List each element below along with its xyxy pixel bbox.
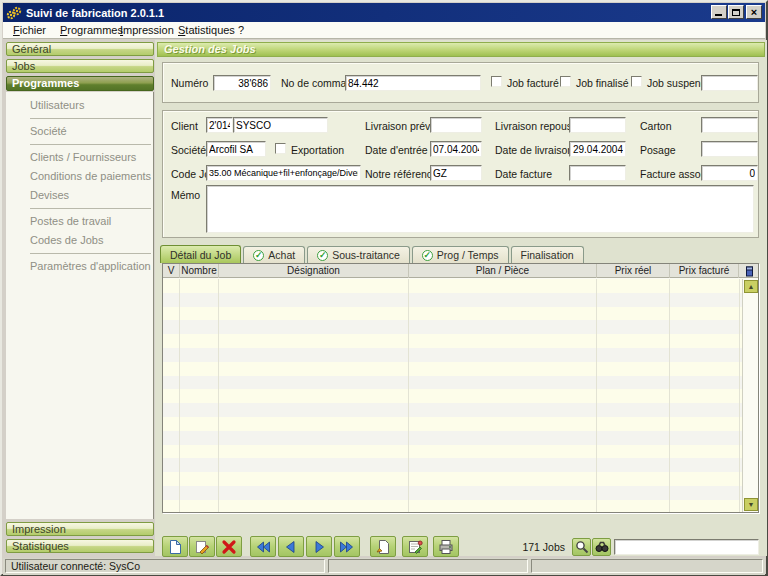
sidebar-item-postes-travail[interactable]: Postes de travail — [6, 212, 153, 231]
sidebar-item-parametres-application[interactable]: Paramètres d'application — [6, 257, 153, 276]
notre-reference-field[interactable] — [430, 165, 482, 181]
tab-sous-traitance[interactable]: ✓ Sous-traitance — [307, 246, 410, 263]
vertical-scrollbar[interactable]: ▲ ▼ — [742, 279, 758, 512]
column-header-prix-reel[interactable]: Prix réel — [597, 264, 670, 278]
minimize-button[interactable] — [711, 5, 727, 19]
table-row[interactable] — [163, 293, 742, 307]
code-job-field[interactable] — [206, 165, 361, 181]
binoculars-icon — [595, 540, 609, 554]
menu-statistiques[interactable]: Statistiques — [174, 23, 239, 38]
column-header-prix-facture[interactable]: Prix facturé — [670, 264, 739, 278]
report-document-button[interactable] — [370, 536, 396, 557]
sidebar-item-utilisateurs[interactable]: Utilisateurs — [6, 96, 153, 115]
new-record-button[interactable] — [162, 536, 188, 557]
societe-field[interactable] — [206, 141, 266, 157]
last-record-button[interactable] — [334, 536, 360, 557]
commande-field[interactable] — [345, 75, 481, 91]
memo-field[interactable] — [206, 185, 754, 233]
table-cell — [180, 431, 219, 445]
job-facture-checkbox[interactable] — [491, 76, 502, 87]
next-record-button[interactable] — [306, 536, 332, 557]
column-header-designation[interactable]: Désignation — [219, 264, 409, 278]
job-extra-field[interactable] — [701, 75, 758, 91]
job-detail-table: V Nombre Désignation Plan / Pièce Prix r… — [162, 263, 759, 513]
table-cell — [180, 362, 219, 376]
date-livraison-field[interactable] — [569, 141, 626, 157]
scroll-up-icon[interactable]: ▲ — [744, 280, 758, 293]
sidebar-item-programmes[interactable]: Programmes — [6, 76, 154, 91]
sidebar-item-devises[interactable]: Devises — [6, 186, 153, 205]
sidebar-item-clients-fournisseurs[interactable]: Clients / Fournisseurs — [6, 148, 153, 167]
table-row[interactable] — [163, 376, 742, 390]
sidebar-item-conditions-paiements[interactable]: Conditions de paiements — [6, 167, 153, 186]
quick-search-input[interactable] — [614, 539, 759, 555]
table-row[interactable] — [163, 458, 742, 472]
table-row[interactable] — [163, 307, 742, 321]
table-row[interactable] — [163, 279, 742, 293]
column-select-cell[interactable] — [739, 264, 758, 278]
table-cell — [180, 445, 219, 459]
status-user: Utilisateur connecté: SysCo — [5, 559, 325, 573]
numero-field[interactable] — [213, 75, 271, 91]
sidebar-item-societe[interactable]: Société — [6, 122, 153, 141]
table-row[interactable] — [163, 320, 742, 334]
column-header-v[interactable]: V — [163, 264, 180, 278]
table-row[interactable] — [163, 445, 742, 459]
column-header-nombre[interactable]: Nombre — [180, 264, 219, 278]
table-row[interactable] — [163, 486, 742, 500]
status-panel — [328, 559, 528, 573]
previous-record-icon — [283, 539, 299, 555]
livraison-prevue-field[interactable] — [430, 117, 482, 133]
livraison-repoussee-field[interactable] — [569, 117, 626, 133]
posage-field[interactable] — [701, 141, 758, 157]
tab-prog-temps[interactable]: ✓ Prog / Temps — [412, 246, 509, 263]
menu-aide[interactable]: ? — [234, 23, 248, 38]
previous-record-button[interactable] — [278, 536, 304, 557]
title-bar[interactable]: Suivi de fabrication 2.0.1.1 × — [3, 3, 765, 22]
table-row[interactable] — [163, 431, 742, 445]
close-button[interactable]: × — [746, 5, 762, 19]
table-row[interactable] — [163, 472, 742, 486]
exportation-checkbox[interactable] — [275, 143, 286, 154]
table-cell — [163, 293, 180, 307]
delete-record-button[interactable] — [216, 536, 242, 557]
facture-associee-field[interactable] — [701, 165, 758, 181]
table-row[interactable] — [163, 500, 742, 512]
tab-achat[interactable]: ✓ Achat — [243, 246, 305, 263]
print-copy-button[interactable] — [433, 536, 459, 557]
sidebar-item-statistiques[interactable]: Statistiques — [6, 539, 154, 553]
table-cell — [597, 431, 670, 445]
maximize-button[interactable] — [728, 5, 744, 19]
menu-impression[interactable]: Impression — [116, 23, 178, 38]
form-document-button[interactable] — [402, 536, 428, 557]
find-button[interactable] — [592, 538, 611, 556]
menu-fichier[interactable]: Fichier — [9, 23, 50, 38]
table-cell — [409, 500, 597, 512]
table-row[interactable] — [163, 403, 742, 417]
sidebar-item-general[interactable]: Général — [6, 42, 154, 56]
sidebar-item-codes-jobs[interactable]: Codes de Jobs — [6, 231, 153, 250]
table-row[interactable] — [163, 417, 742, 431]
date-facture-field[interactable] — [569, 165, 626, 181]
table-cell — [409, 279, 597, 293]
client-name-field[interactable] — [233, 117, 328, 133]
table-row[interactable] — [163, 362, 742, 376]
edit-record-button[interactable] — [189, 536, 215, 557]
job-finalise-checkbox[interactable] — [560, 76, 571, 87]
job-suspendu-checkbox[interactable] — [631, 76, 642, 87]
tab-label: Sous-traitance — [332, 249, 400, 261]
scroll-down-icon[interactable]: ▼ — [744, 498, 758, 511]
tab-detail-du-job[interactable]: Détail du Job — [160, 245, 241, 263]
tab-finalisation[interactable]: Finalisation — [511, 246, 584, 263]
first-record-button[interactable] — [250, 536, 276, 557]
table-row[interactable] — [163, 348, 742, 362]
carton-field[interactable] — [701, 117, 758, 133]
sidebar-item-impression[interactable]: Impression — [6, 522, 154, 536]
table-row[interactable] — [163, 334, 742, 348]
date-entree-field[interactable] — [430, 141, 482, 157]
client-code-field[interactable] — [206, 117, 233, 133]
table-row[interactable] — [163, 389, 742, 403]
sidebar-item-jobs[interactable]: Jobs — [6, 59, 154, 73]
column-header-plan-piece[interactable]: Plan / Pièce — [409, 264, 597, 278]
search-button[interactable] — [572, 538, 591, 556]
